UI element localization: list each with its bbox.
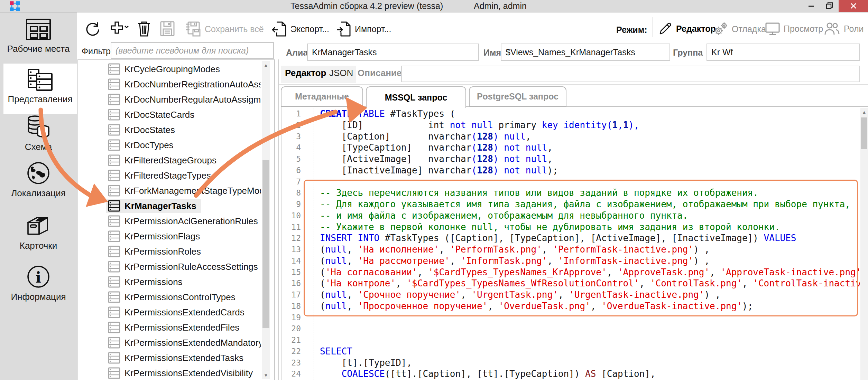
tree-item-KrDocTypes[interactable]: KrDocTypes: [78, 137, 261, 153]
code-line-5[interactable]: [ActiveImage] nvarchar(128) not null,: [320, 153, 860, 165]
group-input[interactable]: [707, 44, 860, 61]
tree-item-KrPermissionsExtendedCards[interactable]: KrPermissionsExtendedCards: [78, 305, 261, 320]
tree-item-KrPermissionFlags[interactable]: KrPermissionFlags: [78, 229, 261, 244]
code-line-10[interactable]: -- и имя файла с изображением, отображае…: [320, 210, 860, 221]
tree-item-inner[interactable]: KrDocNumberRegularAutoAssigment: [106, 93, 261, 106]
code-line-21[interactable]: [320, 334, 860, 346]
code-line-4[interactable]: [TypeCaption] nvarchar(128) not null,: [320, 142, 860, 153]
mode-preview-button[interactable]: Просмотр: [765, 21, 823, 36]
code-line-2[interactable]: [ID] int not null primary key identity(1…: [320, 120, 860, 131]
sql-code[interactable]: CREATE TABLE #TaskTypes ( [ID] int not n…: [314, 108, 860, 380]
tree-item-KrDocStates[interactable]: KrDocStates: [78, 122, 261, 137]
scroll-down-icon[interactable]: ▼: [262, 371, 270, 379]
tree-item-KrDocStateCards[interactable]: KrDocStateCards: [78, 107, 261, 122]
tree-item-inner[interactable]: KrManagerTasks: [106, 199, 201, 213]
tab-editor[interactable]: Редактор: [285, 68, 326, 78]
tree-scrollbar[interactable]: ▲ ▼: [262, 61, 270, 379]
code-line-15[interactable]: ('На согласовании', '$CardTypes_TypesNam…: [320, 267, 860, 278]
sidebar-item-schema[interactable]: Схема: [0, 115, 77, 152]
code-line-20[interactable]: [320, 323, 860, 334]
code-line-8[interactable]: -- Здесь перечисляются названия типов ил…: [320, 187, 860, 199]
mode-roles-button[interactable]: Роли: [824, 21, 864, 36]
tree-item-inner[interactable]: KrFilteredStageGroups: [106, 153, 221, 167]
code-line-19[interactable]: [320, 312, 860, 323]
tree-item-inner[interactable]: KrCycleGroupingModes: [106, 62, 225, 76]
add-button[interactable]: [109, 21, 130, 37]
tree-item-inner[interactable]: KrDocTypes: [106, 138, 178, 152]
export-button[interactable]: Экспорт...: [272, 21, 329, 37]
tab-metadata[interactable]: Метаданные: [281, 86, 363, 106]
sql-code-editor[interactable]: 123456789101112131415161718192021222324 …: [281, 106, 868, 380]
tree-item-KrCycleGroupingModes[interactable]: KrCycleGroupingModes: [78, 61, 261, 77]
tree-item-KrPermissionsExtendedFiles[interactable]: KrPermissionsExtendedFiles: [78, 320, 261, 335]
close-button[interactable]: [839, 0, 868, 12]
tree-item-inner[interactable]: KrPermissionsExtendedTasks: [106, 351, 248, 365]
restore-button[interactable]: [821, 0, 838, 12]
sidebar-item-workplaces[interactable]: Рабочие места: [0, 18, 77, 54]
save-all-button[interactable]: Сохранить всё: [185, 21, 264, 37]
code-line-12[interactable]: INSERT INTO #TaskTypes ([Caption], [Type…: [320, 232, 860, 244]
minimize-button[interactable]: [802, 0, 821, 12]
tree-item-KrPermissionsExtendedVisibility[interactable]: KrPermissionsExtendedVisibility: [78, 365, 261, 380]
sidebar-item-views[interactable]: Представления: [3, 64, 77, 114]
alias-input[interactable]: [307, 44, 479, 61]
name-input[interactable]: [501, 44, 670, 61]
tree-item-KrForkManagementStageTypeModes[interactable]: KrForkManagementStageTypeModes: [78, 183, 261, 198]
editor-scrollbar[interactable]: ▲: [860, 108, 868, 380]
code-line-9[interactable]: -- Для каждого указывается имя типа зада…: [320, 199, 860, 210]
code-line-22[interactable]: SELECT: [320, 346, 860, 357]
tree-scrollbar-thumb[interactable]: [262, 160, 269, 328]
tree-item-KrPermissions[interactable]: KrPermissions: [78, 274, 261, 289]
tree-item-KrPermissionAclGenerationRules[interactable]: KrPermissionAclGenerationRules: [78, 213, 261, 229]
tree-item-KrPermissionRuleAccessSettings[interactable]: KrPermissionRuleAccessSettings: [78, 259, 261, 274]
code-line-14[interactable]: (null, 'На рассмотрение', 'InformTask.pn…: [320, 255, 860, 267]
tree-item-inner[interactable]: KrPermissionAclGenerationRules: [106, 214, 261, 228]
tree-item-inner[interactable]: KrFilteredStageTypes: [106, 169, 216, 182]
tree-item-KrPermissionRoles[interactable]: KrPermissionRoles: [78, 244, 261, 259]
mode-debug-button[interactable]: Отладка: [713, 21, 766, 37]
panel-splitter[interactable]: [278, 59, 279, 380]
tree-item-inner[interactable]: KrDocNumberRegistrationAutoAssign: [106, 77, 261, 91]
sidebar-item-cards[interactable]: Карточки: [0, 215, 77, 251]
filter-input[interactable]: [111, 42, 274, 59]
code-line-24[interactable]: COALESCE([tt].[Caption], [tt].[TypeCapti…: [320, 368, 860, 380]
tree-item-inner[interactable]: KrDocStates: [106, 123, 180, 137]
tree-item-KrFilteredStageTypes[interactable]: KrFilteredStageTypes: [78, 168, 261, 183]
tree-item-inner[interactable]: KrPermissionRuleAccessSettings: [106, 260, 261, 274]
refresh-button[interactable]: [84, 21, 101, 37]
tree-item-KrPermissionsControlTypes[interactable]: KrPermissionsControlTypes: [78, 289, 261, 305]
tree-item-KrPermissionsExtendedTasks[interactable]: KrPermissionsExtendedTasks: [78, 350, 261, 365]
tree-item-KrDocNumberRegistrationAutoAssign[interactable]: KrDocNumberRegistrationAutoAssign: [78, 77, 261, 92]
tree-item-KrPermissionsExtendedMandatory[interactable]: KrPermissionsExtendedMandatory: [78, 335, 261, 350]
editor-scrollbar-thumb[interactable]: [861, 117, 867, 149]
mode-editor-button[interactable]: Редактор: [658, 21, 716, 36]
tab-postgresql-query[interactable]: PostgreSQL запрос: [469, 86, 566, 106]
save-button[interactable]: [160, 21, 175, 37]
tree-item-inner[interactable]: KrPermissionsControlTypes: [106, 290, 240, 304]
tree-item-inner[interactable]: KrForkManagementStageTypeModes: [106, 184, 261, 198]
sidebar-item-localization[interactable]: Локализация: [0, 161, 77, 199]
tree-item-inner[interactable]: KrPermissionRoles: [106, 245, 206, 258]
code-line-1[interactable]: CREATE TABLE #TaskTypes (: [320, 108, 860, 120]
tree-item-inner[interactable]: KrPermissionFlags: [106, 229, 205, 243]
code-line-16[interactable]: ('На контроле', '$CardTypes_TypesNames_W…: [320, 278, 860, 289]
tab-json[interactable]: JSON: [329, 68, 353, 78]
code-line-13[interactable]: (null, 'На исполнение', 'PerformTask.png…: [320, 244, 860, 255]
tree-item-KrManagerTasks[interactable]: KrManagerTasks: [78, 198, 261, 213]
code-line-3[interactable]: [Caption] nvarchar(128) null,: [320, 131, 860, 142]
code-line-23[interactable]: [t].[TypeID],: [320, 357, 860, 369]
code-line-18[interactable]: (null, 'Просроченное поручение', 'Overdu…: [320, 301, 860, 312]
tab-mssql-query[interactable]: MSSQL запрос: [366, 86, 466, 108]
code-line-7[interactable]: [320, 176, 860, 188]
tree-item-inner[interactable]: KrDocStateCards: [106, 108, 199, 122]
import-button[interactable]: Импорт...: [336, 21, 391, 37]
code-line-11[interactable]: -- Укажите в первой колонке null, чтобы …: [320, 221, 860, 233]
delete-button[interactable]: [137, 21, 151, 37]
tree-item-inner[interactable]: KrPermissionsExtendedVisibility: [106, 366, 258, 380]
code-line-6[interactable]: [InactiveImage] nvarchar(128) not null);: [320, 165, 860, 176]
tree-item-KrFilteredStageGroups[interactable]: KrFilteredStageGroups: [78, 153, 261, 168]
tree-item-inner[interactable]: KrPermissionsExtendedFiles: [106, 321, 244, 334]
tree-item-KrDocNumberRegularAutoAssigment[interactable]: KrDocNumberRegularAutoAssigment: [78, 92, 261, 107]
sidebar-item-info[interactable]: i Информация: [0, 265, 77, 302]
description-input[interactable]: [401, 66, 860, 82]
